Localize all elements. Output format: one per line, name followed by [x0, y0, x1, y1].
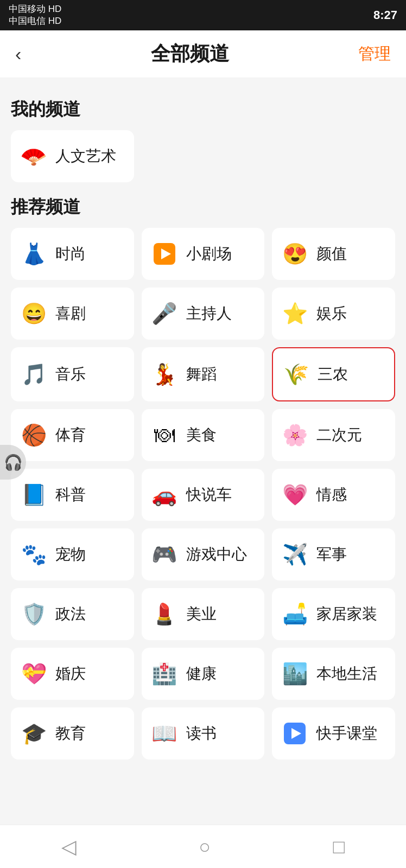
- channel-label-17: 军事: [316, 544, 347, 565]
- page-title: 全部频道: [151, 41, 229, 67]
- channel-card-15[interactable]: 🐾宠物: [11, 528, 134, 580]
- back-button[interactable]: ‹: [15, 43, 21, 65]
- channel-card-22[interactable]: 🏥健康: [142, 648, 265, 700]
- channel-label-renwen: 人文艺术: [55, 146, 116, 167]
- channel-icon-2: 😍: [281, 240, 309, 268]
- channel-icon-24: 🎓: [20, 719, 48, 748]
- content-area: 我的频道 🪭 人文艺术 推荐频道 👗时尚 小剧场😍颜值😄喜剧🎤主持人⭐娱乐🎵音乐…: [0, 78, 406, 783]
- bottom-nav: ◁ ○ □: [0, 825, 406, 868]
- channel-label-5: 娱乐: [316, 303, 347, 324]
- channel-label-19: 美业: [186, 604, 217, 624]
- recommended-grid: 👗时尚 小剧场😍颜值😄喜剧🎤主持人⭐娱乐🎵音乐💃舞蹈🌾三农🏀体育🍽美食🌸二次元📘…: [11, 228, 395, 760]
- status-bar: 中国移动 HD 中国电信 HD 8:27: [0, 0, 406, 30]
- carrier2: 中国电信 HD: [9, 15, 61, 27]
- channel-icon-19: 💄: [150, 600, 179, 628]
- channel-label-20: 家居家装: [316, 604, 377, 624]
- channel-card-6[interactable]: 🎵音乐: [11, 347, 134, 401]
- my-channels-grid: 🪭 人文艺术: [11, 130, 395, 182]
- channel-icon-11: 🌸: [281, 421, 309, 449]
- channel-card-18[interactable]: 🛡️政法: [11, 588, 134, 640]
- nav-back[interactable]: ◁: [61, 835, 77, 858]
- channel-label-8: 三农: [318, 364, 348, 385]
- channel-icon-3: 😄: [20, 299, 48, 328]
- channel-card-2[interactable]: 😍颜值: [272, 228, 395, 280]
- channel-card-17[interactable]: ✈️军事: [272, 528, 395, 580]
- nav-recent[interactable]: □: [333, 835, 345, 858]
- channel-label-16: 游戏中心: [186, 544, 247, 565]
- carrier1: 中国移动 HD: [9, 3, 61, 15]
- channel-icon-8: 🌾: [282, 360, 310, 388]
- channel-card-21[interactable]: 💝婚庆: [11, 648, 134, 700]
- channel-label-1: 小剧场: [186, 244, 232, 264]
- channel-icon-22: 🏥: [150, 660, 179, 688]
- channel-card-16[interactable]: 🎮游戏中心: [142, 528, 265, 580]
- channel-card-23[interactable]: 🏙️本地生活: [272, 648, 395, 700]
- channel-icon-9: 🏀: [20, 421, 48, 449]
- channel-label-2: 颜值: [316, 244, 347, 264]
- recommended-title: 推荐频道: [11, 195, 395, 219]
- channel-label-24: 教育: [55, 723, 86, 744]
- channel-card-3[interactable]: 😄喜剧: [11, 288, 134, 340]
- channel-icon-16: 🎮: [150, 540, 179, 569]
- channel-icon-21: 💝: [20, 660, 48, 688]
- channel-card-11[interactable]: 🌸二次元: [272, 409, 395, 461]
- channel-icon-23: 🏙️: [281, 660, 309, 688]
- carrier-info: 中国移动 HD 中国电信 HD: [9, 3, 61, 27]
- channel-label-9: 体育: [55, 425, 86, 445]
- channel-card-26[interactable]: 快手课堂: [272, 707, 395, 760]
- channel-label-6: 音乐: [55, 364, 86, 385]
- channel-icon-renwen: 🪭: [20, 142, 48, 170]
- channel-card-13[interactable]: 🚗快说车: [142, 469, 265, 521]
- channel-label-15: 宠物: [55, 544, 86, 565]
- channel-label-14: 情感: [316, 484, 347, 505]
- float-icon: 🎧: [4, 454, 23, 471]
- channel-card-8[interactable]: 🌾三农: [272, 347, 395, 401]
- channel-icon-14: 💗: [281, 481, 309, 509]
- channel-card-20[interactable]: 🛋️家居家装: [272, 588, 395, 640]
- channel-card-7[interactable]: 💃舞蹈: [142, 347, 265, 401]
- channel-card-renwen[interactable]: 🪭 人文艺术: [11, 130, 134, 182]
- channel-icon-18: 🛡️: [20, 600, 48, 628]
- channel-label-4: 主持人: [186, 303, 232, 324]
- channel-label-18: 政法: [55, 604, 86, 624]
- channel-card-4[interactable]: 🎤主持人: [142, 288, 265, 340]
- channel-icon-4: 🎤: [150, 299, 179, 328]
- channel-label-0: 时尚: [55, 244, 86, 264]
- channel-card-12[interactable]: 📘科普: [11, 469, 134, 521]
- time: 8:27: [373, 8, 397, 22]
- channel-icon-13: 🚗: [150, 481, 179, 509]
- channel-card-0[interactable]: 👗时尚: [11, 228, 134, 280]
- channel-icon-15: 🐾: [20, 540, 48, 569]
- channel-icon-17: ✈️: [281, 540, 309, 569]
- channel-label-21: 婚庆: [55, 663, 86, 684]
- channel-icon-25: 📖: [150, 719, 179, 748]
- manage-button[interactable]: 管理: [358, 43, 391, 65]
- channel-card-14[interactable]: 💗情感: [272, 469, 395, 521]
- channel-icon-0: 👗: [20, 240, 48, 268]
- channel-card-25[interactable]: 📖读书: [142, 707, 265, 760]
- channel-card-1[interactable]: 小剧场: [142, 228, 265, 280]
- channel-label-3: 喜剧: [55, 303, 86, 324]
- nav-home[interactable]: ○: [199, 835, 211, 858]
- channel-label-25: 读书: [186, 723, 217, 744]
- channel-icon-5: ⭐: [281, 299, 309, 328]
- channel-label-7: 舞蹈: [186, 364, 217, 385]
- channel-label-26: 快手课堂: [316, 723, 377, 744]
- channel-icon-26: [281, 719, 309, 748]
- channel-label-23: 本地生活: [316, 663, 377, 684]
- channel-label-12: 科普: [55, 484, 86, 505]
- channel-icon-10: 🍽: [150, 421, 179, 449]
- channel-label-11: 二次元: [316, 425, 362, 445]
- channel-label-22: 健康: [186, 663, 217, 684]
- channel-card-10[interactable]: 🍽美食: [142, 409, 265, 461]
- channel-icon-7: 💃: [150, 360, 179, 388]
- channel-icon-6: 🎵: [20, 360, 48, 388]
- my-channels-title: 我的频道: [11, 98, 395, 122]
- channel-card-24[interactable]: 🎓教育: [11, 707, 134, 760]
- channel-card-19[interactable]: 💄美业: [142, 588, 265, 640]
- header: ‹ 全部频道 管理: [0, 30, 406, 78]
- status-right: 8:27: [373, 8, 397, 22]
- channel-label-13: 快说车: [186, 484, 232, 505]
- channel-card-9[interactable]: 🏀体育: [11, 409, 134, 461]
- channel-card-5[interactable]: ⭐娱乐: [272, 288, 395, 340]
